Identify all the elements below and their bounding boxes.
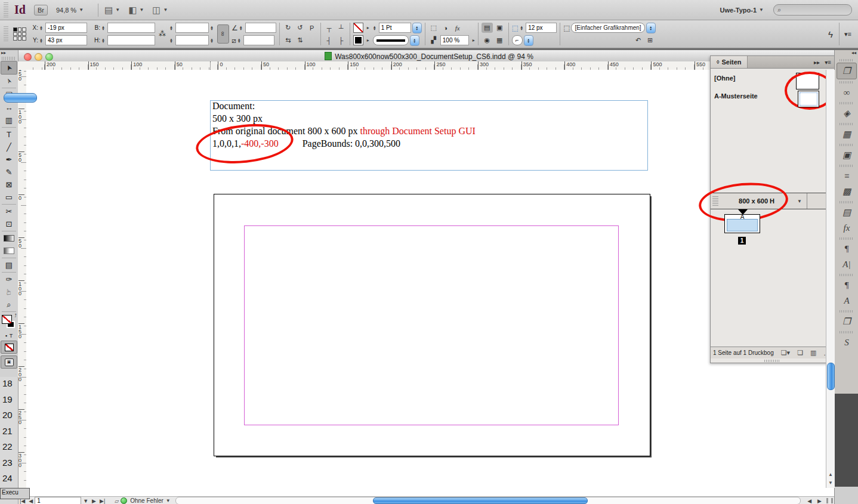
jump-object-button[interactable]: ▦ — [494, 35, 505, 45]
stroke-weight-field[interactable] — [379, 23, 411, 33]
stroke-weight-dropdown[interactable]: ▲▼ — [412, 23, 422, 33]
tool-rectangle[interactable]: ▭ — [1, 191, 17, 203]
break-link-style-icon[interactable]: ⊞ — [645, 36, 656, 45]
stepper-icon[interactable]: ▲▼ — [210, 26, 215, 30]
object-style-dropdown[interactable]: [Einfacher Grafikrahmen] — [571, 23, 644, 33]
page-size-dropdown[interactable]: 800 x 600 H — [718, 197, 795, 205]
wrap-around-bounding-box-button[interactable]: ▣ — [494, 23, 505, 33]
tool-free-transform[interactable]: ⊡ — [1, 218, 17, 230]
panel-icon-character-styles[interactable]: A — [837, 293, 856, 308]
tool-eyedropper[interactable]: ✑ — [1, 273, 17, 286]
panel-icon-text-frame[interactable]: ▤ — [837, 205, 856, 220]
panel-icon-swatches[interactable]: ▦ — [837, 126, 856, 142]
stepper-icon[interactable]: ▲▼ — [239, 26, 244, 30]
stroke-style-stepper[interactable]: ▲▼ — [410, 35, 419, 46]
panel-icon-gradient[interactable]: ▩ — [837, 184, 856, 199]
page-number-badge[interactable]: 1 — [738, 237, 746, 245]
vertical-scrollbar[interactable]: ▲ ▼ — [826, 70, 835, 488]
chevron-right-icon[interactable]: ▸ — [367, 38, 369, 43]
tool-note[interactable]: ▤ — [1, 259, 17, 271]
zoom-level-dropdown[interactable]: 94,8 % ▼ — [56, 7, 84, 14]
stepper-icon[interactable]: ▲▼ — [169, 38, 174, 43]
page-number-field[interactable] — [35, 497, 81, 504]
stepper-icon[interactable]: ▲▼ — [169, 26, 174, 30]
stepper-icon[interactable]: ▲▼ — [39, 38, 44, 43]
preflight-menu[interactable]: ▱ Ohne Fehler ▼ — [113, 497, 170, 504]
scale-x-field[interactable] — [175, 23, 209, 33]
collapse-to-icons-icon[interactable]: ▸▸ — [814, 59, 820, 66]
screen-mode-button[interactable]: ◧ ▼ — [128, 5, 144, 16]
horizontal-scrollbar[interactable] — [175, 497, 801, 504]
tool-zoom[interactable]: ⌕ — [1, 298, 17, 311]
chevron-down-icon[interactable]: ▼ — [797, 199, 802, 204]
no-text-wrap-button[interactable]: ▤ — [482, 23, 493, 33]
pane-splitter-icon[interactable] — [826, 498, 828, 503]
flip-horizontal-button[interactable]: ⇆ — [283, 36, 294, 45]
flip-vertical-button[interactable]: ⇅ — [295, 36, 305, 45]
stepper-icon[interactable]: ▲▼ — [101, 26, 106, 30]
panel-icon-character[interactable]: A| — [837, 256, 856, 272]
height-field[interactable] — [107, 35, 155, 45]
workspace-switcher[interactable]: Uwe-Typo-1 ▼ — [720, 7, 764, 14]
fill-stroke-swatches[interactable]: ⤴ — [1, 314, 17, 332]
vertical-scrollbar-thumb[interactable] — [827, 363, 835, 390]
rotate-cw-button[interactable]: ↻ — [283, 23, 294, 33]
constrain-dimensions-icon[interactable]: ⁂ — [159, 30, 166, 38]
next-page-icon[interactable]: ▶ — [92, 498, 96, 504]
fill-swatch-none[interactable] — [2, 315, 12, 324]
document-text[interactable]: Document: 500 x 300 px From original doc… — [212, 100, 476, 150]
new-page-icon[interactable]: ❏ — [797, 349, 803, 357]
panel-resize-handle[interactable] — [711, 358, 834, 363]
tool-line[interactable]: ╱ — [1, 141, 17, 153]
stepper-icon[interactable]: ▲▼ — [210, 38, 215, 43]
rotate-ccw-button[interactable]: ↺ — [295, 23, 305, 33]
shear-angle-field[interactable] — [243, 35, 274, 45]
search-input[interactable] — [783, 6, 840, 14]
expand-dock-icon[interactable]: ◂◂ — [835, 50, 858, 57]
last-page-icon[interactable]: ▶| — [100, 498, 105, 504]
ruler-origin-corner[interactable] — [18, 61, 27, 70]
view-mode-button[interactable]: ▣ — [1, 355, 17, 369]
horizontal-ruler[interactable]: 2001501005005010015020025030035040045050… — [26, 61, 826, 70]
tool-pencil[interactable]: ✎ — [1, 166, 17, 178]
search-box[interactable]: ⌕ — [773, 4, 852, 16]
scale-y-field[interactable] — [175, 35, 209, 45]
opacity-field[interactable] — [440, 35, 469, 45]
select-container-button[interactable]: ┬ — [324, 23, 335, 33]
x-position-field[interactable] — [45, 23, 87, 33]
effects-menu-button[interactable]: fx — [452, 23, 463, 33]
bridge-button[interactable]: Br — [34, 5, 48, 16]
panel-icon-paragraph[interactable]: ¶ — [837, 241, 856, 256]
stepper-icon[interactable]: ▲▼ — [520, 26, 524, 30]
corner-shape-stepper[interactable]: ▲▼ — [524, 35, 533, 46]
formatting-affects-text-icon[interactable]: T — [10, 333, 13, 339]
tool-hand[interactable]: ☞ — [1, 286, 17, 298]
formatting-affects-container-icon[interactable]: ▪ — [5, 333, 7, 339]
tool-gradient-feather[interactable] — [1, 245, 17, 257]
stepper-icon[interactable]: ▲▼ — [237, 38, 242, 43]
master-a-thumbnail[interactable] — [798, 91, 819, 107]
scroll-down-icon[interactable]: ▼ — [826, 480, 835, 486]
scroll-up-icon[interactable]: ▲ — [826, 472, 835, 477]
object-style-stepper[interactable]: ▲▼ — [646, 23, 656, 33]
fill-color-swatch[interactable] — [353, 35, 363, 45]
panel-icon-text-wrap[interactable]: ▣ — [837, 147, 856, 163]
tool-gradient[interactable] — [1, 232, 17, 245]
tool-selection[interactable]: ➤ — [1, 61, 17, 75]
panel-icon-stroke[interactable]: ≡ — [837, 168, 856, 184]
document-canvas[interactable]: Document: 500 x 300 px From original doc… — [26, 70, 826, 496]
scroll-right-icon[interactable]: ▶ — [817, 498, 822, 504]
tool-frame[interactable]: ⊠ — [1, 178, 17, 191]
corner-radius-field[interactable] — [526, 23, 557, 33]
tool-scissors[interactable]: ✂ — [1, 205, 17, 218]
collapse-panel-icon[interactable]: ▸▸ — [0, 50, 18, 56]
view-options-button[interactable]: ▤ ▼ — [104, 5, 120, 16]
tool-content-collector[interactable]: ▥ — [1, 114, 17, 126]
panel-menu-icon[interactable]: ▾≡ — [842, 29, 853, 39]
vertical-ruler[interactable]: 1 5 01 0 05 005 01 0 01 5 02 0 02 5 03 0… — [18, 70, 27, 496]
stepper-icon[interactable]: ▲▼ — [373, 26, 378, 30]
page-list-dropdown-icon[interactable]: ▼ — [83, 498, 88, 504]
wrap-around-object-shape-button[interactable]: ◉ — [482, 35, 493, 45]
page-1-thumbnail[interactable]: A — [724, 214, 760, 233]
panel-icon-object-styles[interactable]: ❒ — [837, 314, 856, 329]
